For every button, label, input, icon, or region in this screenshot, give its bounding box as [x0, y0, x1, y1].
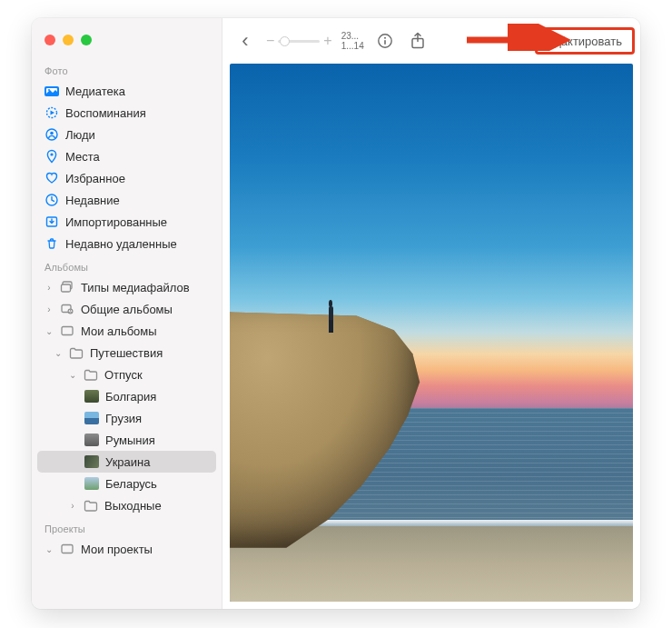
clock-icon — [44, 193, 59, 207]
sidebar-item-shared-albums[interactable]: › Общие альбомы — [32, 298, 222, 320]
sidebar-item-vacation[interactable]: ⌄ Отпуск — [32, 364, 222, 385]
sidebar-item-favorites[interactable]: Избранное — [32, 167, 222, 189]
zoom-in-label: + — [323, 33, 331, 49]
svg-point-6 — [50, 132, 54, 135]
sidebar-item-label: Мои проекты — [81, 543, 212, 556]
sidebar-item-label: Грузия — [105, 412, 212, 425]
sidebar-item-label: Болгария — [105, 390, 212, 404]
svg-rect-16 — [62, 545, 73, 553]
sidebar-item-my-albums[interactable]: ⌄ Мои альбомы — [32, 320, 222, 342]
trash-icon — [44, 236, 59, 251]
sidebar-item-deleted[interactable]: Недавно удаленные — [32, 233, 222, 254]
sidebar-item-library[interactable]: Медиатека — [32, 80, 222, 102]
person-silhouette-icon — [327, 300, 336, 333]
svg-rect-19 — [384, 40, 386, 45]
sidebar-item-imported[interactable]: Импортированные — [32, 211, 222, 233]
sidebar-item-label: Избранное — [65, 172, 212, 185]
sidebar-item-weekends[interactable]: › Выходные — [32, 494, 222, 516]
svg-rect-15 — [62, 327, 73, 335]
folder-icon — [69, 345, 84, 360]
share-button[interactable] — [406, 29, 430, 53]
minimize-icon[interactable] — [63, 35, 74, 45]
sidebar-item-label: Типы медиафайлов — [81, 281, 212, 294]
chevron-right-icon: › — [44, 304, 54, 314]
sidebar-item-label: Импортированные — [65, 215, 212, 229]
window-controls — [32, 27, 222, 58]
album-thumb-icon — [84, 455, 99, 468]
sidebar-item-label: Общие альбомы — [81, 303, 212, 316]
chevron-down-icon: ⌄ — [44, 544, 54, 554]
photo-counter: 23... 1...14 — [341, 31, 364, 51]
close-icon[interactable] — [44, 35, 55, 45]
svg-point-18 — [384, 37, 386, 39]
svg-point-14 — [70, 310, 71, 311]
svg-rect-11 — [62, 284, 71, 292]
sidebar-item-romania[interactable]: Румыния — [32, 429, 222, 451]
places-icon — [44, 149, 59, 164]
album-thumb-icon — [84, 390, 99, 403]
stack-icon — [60, 280, 74, 294]
info-button[interactable] — [373, 29, 397, 53]
sidebar-item-label: Воспоминания — [65, 106, 212, 120]
sidebar-item-label: Беларусь — [105, 477, 212, 491]
library-icon — [44, 84, 59, 98]
sidebar: Фото Медиатека Воспоминания Люди Места И… — [32, 18, 222, 609]
sidebar-item-label: Недавние — [65, 194, 212, 207]
main-content: ‹ − + 23... 1...14 Редактировать — [222, 18, 640, 609]
folder-icon — [84, 367, 98, 382]
sidebar-item-my-projects[interactable]: ⌄ Мои проекты — [32, 538, 222, 560]
zoom-slider[interactable]: − + — [266, 33, 332, 49]
chevron-down-icon: ⌄ — [54, 348, 63, 358]
edit-button[interactable]: Редактировать — [533, 31, 629, 52]
folder-icon — [84, 498, 98, 513]
slider-handle-icon[interactable] — [280, 36, 290, 46]
sidebar-item-label: Выходные — [104, 499, 212, 513]
sidebar-item-label: Отпуск — [104, 368, 212, 382]
fullscreen-icon[interactable] — [81, 35, 92, 45]
toolbar: ‹ − + 23... 1...14 Редактировать — [222, 18, 640, 64]
sidebar-item-places[interactable]: Места — [32, 145, 222, 167]
sidebar-item-label: Мои альбомы — [81, 324, 212, 338]
sidebar-item-memories[interactable]: Воспоминания — [32, 102, 222, 124]
sidebar-item-ukraine[interactable]: Украина — [37, 451, 216, 473]
sidebar-item-recent[interactable]: Недавние — [32, 189, 222, 211]
album-thumb-icon — [84, 412, 99, 424]
photo-viewer[interactable] — [222, 64, 640, 609]
chevron-right-icon: › — [44, 283, 54, 293]
sidebar-item-label: Недавно удаленные — [65, 237, 212, 251]
section-header-albums: Альбомы — [32, 254, 222, 276]
chevron-right-icon: › — [68, 501, 77, 511]
sidebar-item-label: Путешествия — [90, 346, 212, 360]
zoom-out-label: − — [266, 33, 274, 49]
chevron-down-icon: ⌄ — [68, 370, 77, 380]
sidebar-item-bulgaria[interactable]: Болгария — [32, 385, 222, 407]
people-icon — [44, 127, 59, 142]
sidebar-item-travels[interactable]: ⌄ Путешествия — [32, 342, 222, 364]
sidebar-item-label: Украина — [105, 455, 207, 469]
svg-marker-4 — [51, 111, 55, 115]
album-thumb-icon — [84, 477, 99, 490]
sidebar-item-label: Места — [65, 150, 212, 164]
photo-image — [230, 64, 633, 602]
sidebar-item-people[interactable]: Люди — [32, 124, 222, 145]
heart-icon — [44, 171, 59, 185]
back-button[interactable]: ‹ — [233, 29, 257, 53]
chevron-down-icon: ⌄ — [44, 326, 54, 336]
section-header-photo: Фото — [32, 58, 222, 80]
counter-top: 23... — [341, 31, 364, 41]
sidebar-item-label: Люди — [65, 128, 212, 142]
slider-track — [278, 40, 320, 43]
section-header-projects: Проекты — [32, 516, 222, 538]
app-window: Фото Медиатека Воспоминания Люди Места И… — [32, 18, 640, 609]
counter-bottom: 1...14 — [341, 41, 364, 51]
svg-point-7 — [50, 153, 53, 155]
album-icon — [60, 324, 74, 338]
sidebar-item-georgia[interactable]: Грузия — [32, 407, 222, 429]
sidebar-item-label: Медиатека — [65, 85, 212, 98]
sidebar-item-label: Румыния — [105, 434, 212, 447]
memories-icon — [44, 105, 59, 120]
sidebar-item-media-types[interactable]: › Типы медиафайлов — [32, 276, 222, 298]
import-icon — [44, 214, 59, 229]
album-thumb-icon — [84, 434, 99, 446]
sidebar-item-belarus[interactable]: Беларусь — [32, 473, 222, 494]
